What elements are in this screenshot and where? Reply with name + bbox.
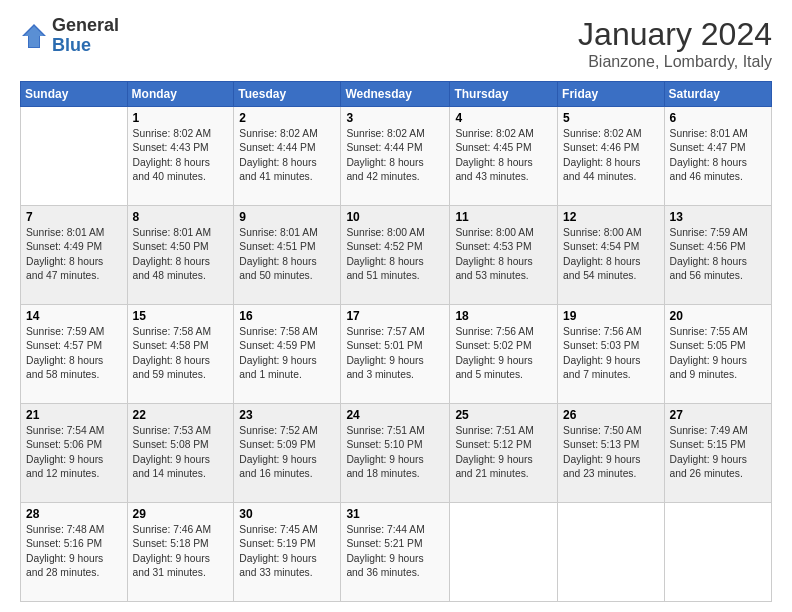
logo-text: General Blue: [52, 16, 119, 56]
calendar-cell: 28Sunrise: 7:48 AMSunset: 5:16 PMDayligh…: [21, 503, 128, 602]
calendar-cell: 4Sunrise: 8:02 AMSunset: 4:45 PMDaylight…: [450, 107, 558, 206]
day-info: Sunrise: 7:44 AMSunset: 5:21 PMDaylight:…: [346, 523, 444, 581]
day-info: Sunrise: 7:54 AMSunset: 5:06 PMDaylight:…: [26, 424, 122, 482]
day-number: 14: [26, 309, 122, 323]
calendar-cell: 22Sunrise: 7:53 AMSunset: 5:08 PMDayligh…: [127, 404, 234, 503]
calendar-header-wednesday: Wednesday: [341, 82, 450, 107]
day-number: 13: [670, 210, 766, 224]
day-number: 7: [26, 210, 122, 224]
day-info: Sunrise: 8:00 AMSunset: 4:52 PMDaylight:…: [346, 226, 444, 284]
day-number: 5: [563, 111, 658, 125]
calendar-cell: 23Sunrise: 7:52 AMSunset: 5:09 PMDayligh…: [234, 404, 341, 503]
day-number: 2: [239, 111, 335, 125]
day-number: 22: [133, 408, 229, 422]
calendar-cell: 14Sunrise: 7:59 AMSunset: 4:57 PMDayligh…: [21, 305, 128, 404]
day-number: 3: [346, 111, 444, 125]
calendar-cell: 1Sunrise: 8:02 AMSunset: 4:43 PMDaylight…: [127, 107, 234, 206]
day-info: Sunrise: 7:57 AMSunset: 5:01 PMDaylight:…: [346, 325, 444, 383]
calendar-week-row: 14Sunrise: 7:59 AMSunset: 4:57 PMDayligh…: [21, 305, 772, 404]
calendar: SundayMondayTuesdayWednesdayThursdayFrid…: [20, 81, 772, 602]
calendar-cell: 13Sunrise: 7:59 AMSunset: 4:56 PMDayligh…: [664, 206, 771, 305]
day-info: Sunrise: 7:58 AMSunset: 4:59 PMDaylight:…: [239, 325, 335, 383]
day-number: 20: [670, 309, 766, 323]
calendar-cell: 6Sunrise: 8:01 AMSunset: 4:47 PMDaylight…: [664, 107, 771, 206]
svg-marker-1: [24, 26, 44, 47]
day-number: 8: [133, 210, 229, 224]
calendar-header-tuesday: Tuesday: [234, 82, 341, 107]
calendar-cell: [664, 503, 771, 602]
calendar-cell: 11Sunrise: 8:00 AMSunset: 4:53 PMDayligh…: [450, 206, 558, 305]
day-info: Sunrise: 7:50 AMSunset: 5:13 PMDaylight:…: [563, 424, 658, 482]
day-number: 28: [26, 507, 122, 521]
day-info: Sunrise: 8:01 AMSunset: 4:50 PMDaylight:…: [133, 226, 229, 284]
day-number: 30: [239, 507, 335, 521]
day-number: 23: [239, 408, 335, 422]
calendar-cell: 24Sunrise: 7:51 AMSunset: 5:10 PMDayligh…: [341, 404, 450, 503]
day-number: 16: [239, 309, 335, 323]
calendar-cell: 31Sunrise: 7:44 AMSunset: 5:21 PMDayligh…: [341, 503, 450, 602]
calendar-cell: 21Sunrise: 7:54 AMSunset: 5:06 PMDayligh…: [21, 404, 128, 503]
calendar-header-thursday: Thursday: [450, 82, 558, 107]
calendar-cell: 20Sunrise: 7:55 AMSunset: 5:05 PMDayligh…: [664, 305, 771, 404]
day-info: Sunrise: 7:53 AMSunset: 5:08 PMDaylight:…: [133, 424, 229, 482]
calendar-cell: [558, 503, 664, 602]
day-number: 31: [346, 507, 444, 521]
calendar-cell: 30Sunrise: 7:45 AMSunset: 5:19 PMDayligh…: [234, 503, 341, 602]
day-number: 26: [563, 408, 658, 422]
day-number: 10: [346, 210, 444, 224]
day-info: Sunrise: 7:51 AMSunset: 5:12 PMDaylight:…: [455, 424, 552, 482]
day-info: Sunrise: 8:01 AMSunset: 4:51 PMDaylight:…: [239, 226, 335, 284]
calendar-header-sunday: Sunday: [21, 82, 128, 107]
day-number: 6: [670, 111, 766, 125]
calendar-cell: 26Sunrise: 7:50 AMSunset: 5:13 PMDayligh…: [558, 404, 664, 503]
day-info: Sunrise: 7:49 AMSunset: 5:15 PMDaylight:…: [670, 424, 766, 482]
day-number: 21: [26, 408, 122, 422]
day-number: 29: [133, 507, 229, 521]
calendar-cell: 17Sunrise: 7:57 AMSunset: 5:01 PMDayligh…: [341, 305, 450, 404]
logo-icon: [20, 22, 48, 50]
day-info: Sunrise: 7:56 AMSunset: 5:02 PMDaylight:…: [455, 325, 552, 383]
calendar-cell: 10Sunrise: 8:00 AMSunset: 4:52 PMDayligh…: [341, 206, 450, 305]
header: General Blue January 2024 Bianzone, Lomb…: [20, 16, 772, 71]
calendar-cell: 29Sunrise: 7:46 AMSunset: 5:18 PMDayligh…: [127, 503, 234, 602]
day-number: 15: [133, 309, 229, 323]
calendar-cell: 2Sunrise: 8:02 AMSunset: 4:44 PMDaylight…: [234, 107, 341, 206]
day-number: 19: [563, 309, 658, 323]
calendar-cell: 9Sunrise: 8:01 AMSunset: 4:51 PMDaylight…: [234, 206, 341, 305]
day-info: Sunrise: 8:00 AMSunset: 4:53 PMDaylight:…: [455, 226, 552, 284]
day-info: Sunrise: 7:59 AMSunset: 4:56 PMDaylight:…: [670, 226, 766, 284]
day-number: 9: [239, 210, 335, 224]
calendar-cell: 8Sunrise: 8:01 AMSunset: 4:50 PMDaylight…: [127, 206, 234, 305]
day-info: Sunrise: 8:02 AMSunset: 4:44 PMDaylight:…: [346, 127, 444, 185]
day-number: 1: [133, 111, 229, 125]
day-info: Sunrise: 8:02 AMSunset: 4:43 PMDaylight:…: [133, 127, 229, 185]
calendar-header-row: SundayMondayTuesdayWednesdayThursdayFrid…: [21, 82, 772, 107]
location: Bianzone, Lombardy, Italy: [578, 53, 772, 71]
title-section: January 2024 Bianzone, Lombardy, Italy: [578, 16, 772, 71]
day-info: Sunrise: 8:00 AMSunset: 4:54 PMDaylight:…: [563, 226, 658, 284]
calendar-week-row: 7Sunrise: 8:01 AMSunset: 4:49 PMDaylight…: [21, 206, 772, 305]
month-title: January 2024: [578, 16, 772, 53]
day-info: Sunrise: 7:58 AMSunset: 4:58 PMDaylight:…: [133, 325, 229, 383]
calendar-cell: 27Sunrise: 7:49 AMSunset: 5:15 PMDayligh…: [664, 404, 771, 503]
calendar-cell: 3Sunrise: 8:02 AMSunset: 4:44 PMDaylight…: [341, 107, 450, 206]
calendar-header-monday: Monday: [127, 82, 234, 107]
calendar-cell: 12Sunrise: 8:00 AMSunset: 4:54 PMDayligh…: [558, 206, 664, 305]
day-info: Sunrise: 7:51 AMSunset: 5:10 PMDaylight:…: [346, 424, 444, 482]
calendar-cell: [21, 107, 128, 206]
calendar-header-friday: Friday: [558, 82, 664, 107]
calendar-cell: [450, 503, 558, 602]
day-info: Sunrise: 8:02 AMSunset: 4:46 PMDaylight:…: [563, 127, 658, 185]
day-number: 27: [670, 408, 766, 422]
day-number: 24: [346, 408, 444, 422]
day-number: 25: [455, 408, 552, 422]
day-info: Sunrise: 7:55 AMSunset: 5:05 PMDaylight:…: [670, 325, 766, 383]
calendar-cell: 16Sunrise: 7:58 AMSunset: 4:59 PMDayligh…: [234, 305, 341, 404]
day-info: Sunrise: 7:52 AMSunset: 5:09 PMDaylight:…: [239, 424, 335, 482]
logo: General Blue: [20, 16, 119, 56]
day-number: 18: [455, 309, 552, 323]
calendar-week-row: 21Sunrise: 7:54 AMSunset: 5:06 PMDayligh…: [21, 404, 772, 503]
page: General Blue January 2024 Bianzone, Lomb…: [0, 0, 792, 612]
calendar-cell: 19Sunrise: 7:56 AMSunset: 5:03 PMDayligh…: [558, 305, 664, 404]
day-info: Sunrise: 7:56 AMSunset: 5:03 PMDaylight:…: [563, 325, 658, 383]
